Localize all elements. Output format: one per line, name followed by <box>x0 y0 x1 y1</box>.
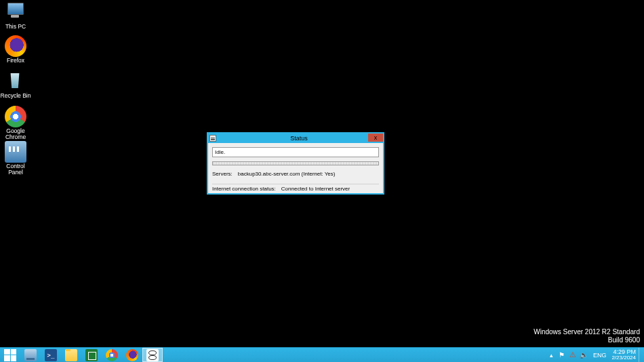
desktop-icon-control-panel[interactable]: Control Panel <box>0 141 31 176</box>
system-menu-icon[interactable] <box>209 135 216 142</box>
taskbar: ▴ ENG 4:29 PM 2/23/2024 <box>0 347 644 362</box>
taskbar-store[interactable] <box>81 348 102 362</box>
taskbar-chrome[interactable] <box>102 348 122 362</box>
language-indicator[interactable]: ENG <box>589 352 611 359</box>
taskbar-file-explorer[interactable] <box>61 348 81 362</box>
firefox-icon <box>126 349 138 361</box>
os-watermark: Windows Server 2012 R2 Standard Build 96… <box>534 328 640 344</box>
taskbar-powershell[interactable] <box>41 348 61 362</box>
chrome-icon <box>106 349 118 361</box>
taskbar-server-manager[interactable] <box>20 348 41 362</box>
close-button[interactable]: x <box>368 134 383 142</box>
recycle-bin-icon <box>5 71 26 92</box>
firefox-icon <box>5 35 26 57</box>
clock-date: 2/23/2024 <box>611 355 636 361</box>
file-explorer-icon <box>65 349 77 361</box>
progress-bar <box>212 161 379 165</box>
net-status-row: Internet connection status: Connected to… <box>212 184 379 192</box>
show-desktop-button[interactable] <box>639 348 643 362</box>
powershell-icon <box>45 349 57 361</box>
net-status-label: Internet connection status: <box>212 186 276 192</box>
desktop-icon-label: Firefox <box>0 58 31 64</box>
tray-warning-icon[interactable] <box>568 350 578 360</box>
watermark-line1: Windows Server 2012 R2 Standard <box>534 328 640 336</box>
servers-label: Servers: <box>212 171 233 177</box>
start-icon <box>4 349 16 361</box>
desktop-icon-this-pc[interactable]: This PC <box>0 1 31 30</box>
taskbar-backup-app[interactable] <box>142 348 163 362</box>
control-panel-icon <box>5 141 26 163</box>
watermark-line2: Build 9600 <box>608 336 640 344</box>
tray-show-hidden[interactable]: ▴ <box>547 352 557 359</box>
start-button[interactable] <box>0 348 20 362</box>
action-center-icon[interactable] <box>557 350 567 360</box>
this-pc-icon <box>5 1 26 23</box>
desktop-icon-chrome[interactable]: Google Chrome <box>0 106 31 140</box>
window-titlebar[interactable]: Status x <box>208 134 383 143</box>
taskbar-firefox[interactable] <box>122 348 142 362</box>
desktop-icon-recycle-bin[interactable]: Recycle Bin <box>0 71 31 99</box>
store-icon <box>85 349 98 361</box>
servers-row: Servers: backup30.abc-server.com (Intern… <box>212 171 379 177</box>
taskbar-left <box>0 348 163 362</box>
window-title: Status <box>216 135 382 142</box>
taskbar-right: ▴ ENG 4:29 PM 2/23/2024 <box>547 348 644 362</box>
desktop-icon-label: Control Panel <box>0 163 31 176</box>
status-text: Idle. <box>215 149 225 155</box>
volume-icon[interactable] <box>579 350 588 360</box>
servers-value: backup30.abc-server.com (Internet: Yes) <box>238 171 336 177</box>
desktop-icon-label: Google Chrome <box>0 128 31 140</box>
server-manager-icon <box>24 349 37 361</box>
chrome-icon <box>5 106 26 127</box>
desktop-icon-label: Recycle Bin <box>0 93 31 99</box>
window-body: Idle. Servers: backup30.abc-server.com (… <box>208 143 383 193</box>
database-icon <box>146 349 159 361</box>
net-status-value: Connected to Internet server <box>281 186 350 192</box>
desktop-icon-firefox[interactable]: Firefox <box>0 35 31 64</box>
desktop-icon-label: This PC <box>0 24 31 30</box>
clock[interactable]: 4:29 PM 2/23/2024 <box>610 349 639 361</box>
status-window[interactable]: Status x Idle. Servers: backup30.abc-ser… <box>207 132 384 195</box>
status-text-field: Idle. <box>212 147 379 157</box>
